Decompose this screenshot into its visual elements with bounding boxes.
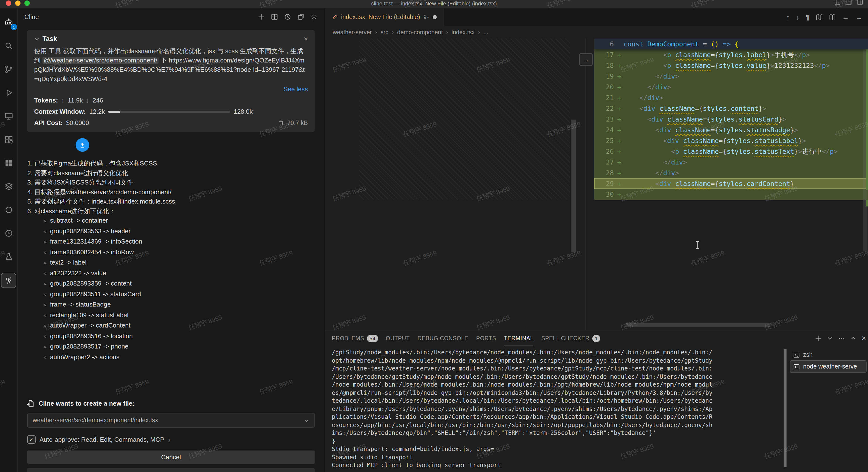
sidebar-item-ring[interactable]	[1, 203, 16, 217]
upload-fab-button[interactable]	[75, 138, 89, 152]
map-icon[interactable]	[816, 14, 823, 21]
partial-bottom-button[interactable]	[27, 468, 315, 472]
close-panel-icon[interactable]: ×	[861, 334, 866, 343]
task-collapse-chevron-icon[interactable]	[34, 36, 39, 41]
titlebar: cline-test — index.tsx: New File (Editab…	[0, 0, 868, 8]
auto-approve-row: ✓ Auto-approve: Read, Edit, Commands, MC…	[27, 435, 315, 444]
terminal-list-item[interactable]: node weather-serve	[790, 361, 866, 373]
code-lines: 17+ <p className={styles.label}>手机号</p>1…	[594, 49, 868, 200]
sidebar-item-remote-explorer[interactable]	[1, 109, 16, 123]
breadcrumb-item[interactable]: demo-component	[397, 29, 443, 36]
sidebar-item-history[interactable]	[1, 226, 16, 240]
panel-tab-output[interactable]: Output	[386, 330, 410, 346]
panel-tab-ports[interactable]: Ports	[476, 330, 496, 346]
classname-mapping-item: ○autoWrapper -> cardContent	[44, 321, 315, 331]
tab-label: index.tsx: New File (Editable)	[341, 14, 420, 21]
breadcrumb-item[interactable]: weather-server	[333, 29, 372, 36]
editor-tabbar: index.tsx: New File (Editable) 9+ ↑ ↓ ¶ …	[325, 8, 868, 26]
toggle-secondary-sidebar-icon[interactable]	[857, 0, 863, 5]
overview-ruler-add-mark	[866, 43, 868, 190]
editor-group: index.tsx: New File (Editable) 9+ ↑ ↓ ¶ …	[324, 8, 868, 472]
new-task-icon[interactable]	[258, 13, 265, 20]
sidebar-item-run-debug[interactable]	[1, 85, 16, 99]
panel-tab-terminal[interactable]: Terminal	[504, 330, 533, 346]
terminal-dropdown-chevron-icon[interactable]	[827, 335, 833, 341]
bullet-icon: ○	[44, 218, 46, 223]
sidebar-item-beaker[interactable]	[1, 249, 16, 264]
file-path-dropdown[interactable]: weather-server/src/demo-component/index.…	[27, 413, 315, 427]
cancel-button[interactable]: Cancel	[27, 450, 315, 464]
checklist-item: 4. 目标路径是weather-server/src/demo-componen…	[27, 187, 315, 197]
terminal-line: Connected MCP client to backing server t…	[332, 461, 783, 469]
more-actions-icon[interactable]	[838, 335, 845, 342]
code-line: 30+	[594, 189, 868, 200]
prev-change-icon[interactable]: ↑	[786, 13, 790, 21]
task-close-icon[interactable]: ×	[304, 35, 308, 42]
new-terminal-icon[interactable]	[814, 335, 822, 342]
auto-approve-checkbox[interactable]: ✓	[27, 435, 36, 444]
breadcrumb-item[interactable]: ...	[484, 29, 488, 36]
see-less-link[interactable]: See less	[34, 85, 308, 93]
code-line: 23+ <div className={styles.statusCard}>	[594, 114, 868, 124]
task-path-chip[interactable]: @/weather-server/src/demo-component/	[42, 57, 159, 64]
maximize-panel-icon[interactable]	[850, 335, 856, 341]
forward-icon[interactable]: →	[855, 13, 862, 21]
terminal-line: e/Library/pnpm:/Users/bytedance/.pyenv/s…	[332, 405, 783, 413]
sidebar-item-cline[interactable]: 1	[1, 15, 16, 29]
bullet-icon: ○	[44, 292, 46, 297]
terminal-list-item[interactable]: zsh	[790, 349, 866, 361]
panel-actions: ×	[814, 330, 866, 346]
toggle-sidebar-icon[interactable]	[834, 0, 841, 5]
chevron-right-icon[interactable]: ›	[168, 436, 170, 443]
diff-original-pane[interactable]	[325, 38, 577, 330]
next-change-icon[interactable]: ↓	[796, 13, 800, 21]
diff-modified-pane[interactable]: 6 const DemoComponent = () => { 17+ <p c…	[594, 38, 868, 330]
cline-sidebar: Cline Task × 使用 工具 获取下面代码	[18, 8, 324, 472]
whitespace-toggle-icon[interactable]: ¶	[806, 13, 809, 21]
tab-dirty-dot-icon[interactable]	[433, 15, 437, 19]
settings-gear-icon[interactable]	[310, 13, 318, 20]
classname-mapping-item: ○text2 -> label	[44, 258, 315, 268]
mcp-servers-icon[interactable]	[271, 13, 278, 20]
panel-tab-badge: 1	[592, 334, 600, 342]
terminal-line: ims:/Users/bytedance/go/bin","SHELL":"/b…	[332, 429, 783, 437]
code-line: 18+ <p className={styles.value}>12312321…	[594, 60, 868, 71]
terminal-scrollbar[interactable]	[783, 349, 786, 467]
code-line: 24+ <div className={styles.statusBadge}>	[594, 124, 868, 135]
left-pane-scrollbar[interactable]	[571, 120, 576, 253]
trash-icon[interactable]	[278, 120, 284, 126]
window-title: cline-test — index.tsx: New File (Editab…	[0, 0, 868, 6]
sidebar-item-extensions[interactable]	[1, 132, 16, 146]
code-line: 26+ <p className={styles.statusText}>进行中…	[594, 146, 868, 157]
terminal-line: }	[332, 437, 783, 445]
sidebar-item-squares[interactable]	[1, 156, 16, 170]
editor-actions: ↑ ↓ ¶ ← →	[786, 8, 862, 26]
breadcrumb-separator: ›	[446, 29, 448, 36]
breadcrumb-item[interactable]: src	[380, 29, 389, 36]
panel-tab-problems[interactable]: Problems54	[332, 330, 378, 346]
layout-controls	[834, 0, 863, 5]
sidebar-item-layers[interactable]	[1, 179, 16, 193]
sidebar-item-search[interactable]	[1, 38, 16, 53]
breadcrumb-item[interactable]: index.tsx	[452, 29, 475, 36]
history-icon[interactable]	[284, 13, 291, 20]
code-line: 20+ </div>	[594, 82, 868, 92]
open-in-editor-icon[interactable]	[297, 13, 305, 20]
back-icon[interactable]: ←	[842, 13, 849, 21]
terminal-output[interactable]: /gptStudy/node_modules/.bin:/Users/byted…	[325, 346, 783, 472]
toggle-panel-icon[interactable]	[845, 0, 852, 5]
panel-tab-debug-console[interactable]: Debug Console	[417, 330, 468, 346]
diff-navigate-arrow-button[interactable]: →	[579, 53, 593, 66]
classname-mapping-item: ○frame -> statusBadge	[44, 300, 315, 310]
bullet-icon: ○	[44, 260, 46, 265]
editor-tab[interactable]: index.tsx: New File (Editable) 9+	[325, 8, 444, 26]
tokens-down-icon: ↓	[86, 97, 89, 104]
diff-sash[interactable]: →	[577, 38, 594, 330]
horizontal-scrollbar[interactable]	[625, 323, 770, 327]
notebook-icon[interactable]	[829, 14, 836, 21]
sidebar-item-ports[interactable]	[1, 273, 16, 288]
panel-tab-spell-checker[interactable]: Spell Checker1	[541, 330, 600, 346]
sidebar-item-source-control[interactable]	[1, 62, 16, 76]
vertical-scrollbar[interactable]	[862, 38, 868, 330]
tokens-down-value: 246	[92, 97, 103, 104]
